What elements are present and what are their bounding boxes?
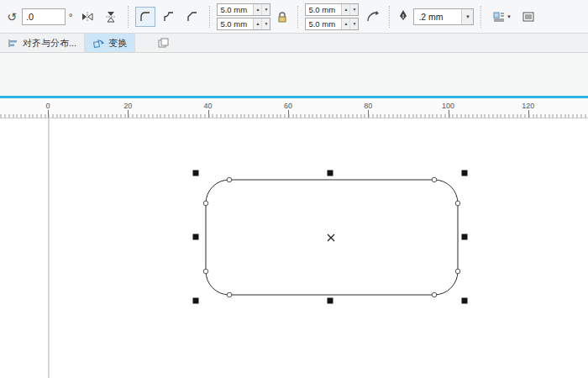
separator bbox=[389, 6, 390, 28]
selection-handle[interactable] bbox=[462, 298, 468, 304]
selection-handle[interactable] bbox=[328, 171, 333, 176]
ruler-major-tick bbox=[128, 110, 129, 118]
lock-icon bbox=[276, 10, 288, 24]
list-lines-icon bbox=[522, 10, 535, 24]
selection-handle[interactable] bbox=[462, 171, 468, 176]
corner-node[interactable] bbox=[227, 292, 232, 297]
corner-node[interactable] bbox=[203, 269, 208, 274]
property-bar: ↺ ° 5.0 mm bbox=[0, 0, 588, 34]
ruler-major-tick bbox=[48, 110, 49, 118]
ruler-major-tick bbox=[208, 110, 209, 118]
selection-handle[interactable] bbox=[462, 234, 468, 240]
spin-down-button[interactable]: ▼ bbox=[261, 18, 270, 29]
separator bbox=[480, 6, 481, 28]
degree-label: ° bbox=[69, 12, 72, 22]
mirror-horizontal-button[interactable] bbox=[77, 7, 97, 27]
selection-handle[interactable] bbox=[193, 298, 199, 304]
chevron-down-icon: ▼ bbox=[507, 14, 512, 19]
spin-down-button[interactable]: ▼ bbox=[349, 4, 358, 15]
ruler-label: 60 bbox=[284, 102, 292, 110]
spin-down-button[interactable]: ▼ bbox=[261, 4, 270, 15]
ruler-label: 20 bbox=[123, 102, 132, 110]
corner-node[interactable] bbox=[455, 269, 460, 274]
ruler-major-tick bbox=[528, 110, 529, 118]
relative-corner-icon bbox=[365, 10, 379, 24]
tab-label: 变换 bbox=[108, 37, 127, 50]
separator bbox=[209, 6, 210, 28]
outline-width-select[interactable]: .2 mm ▼ bbox=[413, 8, 474, 25]
ruler-major-tick bbox=[449, 110, 449, 118]
spin-up-button[interactable]: ▲ bbox=[342, 18, 349, 29]
ruler-label: 40 bbox=[204, 102, 213, 110]
tab-transform[interactable]: 变换 bbox=[85, 34, 135, 52]
transform-icon bbox=[92, 38, 104, 49]
edit-corners-together-lock-button[interactable] bbox=[274, 7, 291, 27]
selection-handle[interactable] bbox=[328, 298, 333, 304]
docker-tab-bar: 对齐与分布... 变换 bbox=[0, 34, 588, 53]
quick-customize-button[interactable] bbox=[518, 7, 538, 27]
scalloped-corner-icon bbox=[162, 10, 176, 24]
selection-handle[interactable] bbox=[193, 234, 199, 240]
corner-radius-left-group: 5.0 mm ▲ ▼ 5.0 mm ▲ ▼ bbox=[217, 3, 270, 30]
ruler[interactable]: 020406080100120 bbox=[0, 98, 588, 118]
wrap-text-icon bbox=[492, 10, 506, 24]
tab-align-distribute[interactable]: 对齐与分布... bbox=[0, 34, 85, 52]
corner-radius-top-left-field[interactable]: 5.0 mm ▲ ▼ bbox=[217, 3, 270, 16]
copy-docker-button[interactable] bbox=[154, 34, 172, 52]
ruler-label: 80 bbox=[364, 102, 372, 110]
chamfered-corner-button[interactable] bbox=[182, 7, 202, 27]
canvas-graphics bbox=[0, 118, 588, 378]
corner-radius-top-right-value[interactable]: 5.0 mm bbox=[306, 4, 341, 15]
mirror-vertical-icon bbox=[104, 10, 118, 24]
corner-node[interactable] bbox=[227, 177, 232, 182]
spin-up-button[interactable]: ▲ bbox=[254, 4, 261, 15]
ruler-major-tick bbox=[288, 110, 289, 118]
spin-up-button[interactable]: ▲ bbox=[342, 4, 349, 15]
corner-node[interactable] bbox=[432, 292, 437, 297]
corner-radius-top-left-value[interactable]: 5.0 mm bbox=[218, 4, 253, 15]
tab-label: 对齐与分布... bbox=[23, 37, 76, 50]
round-corner-icon bbox=[139, 10, 152, 24]
corner-node[interactable] bbox=[203, 201, 208, 206]
separator bbox=[297, 6, 298, 28]
workspace-background bbox=[0, 53, 588, 96]
corner-node[interactable] bbox=[432, 177, 437, 182]
corner-radius-bottom-left-field[interactable]: 5.0 mm ▲ ▼ bbox=[217, 18, 270, 30]
separator bbox=[128, 6, 129, 28]
drawing-canvas[interactable] bbox=[0, 118, 588, 378]
chamfered-corner-icon bbox=[186, 10, 199, 24]
corner-node[interactable] bbox=[455, 201, 460, 206]
ruler-major-tick bbox=[368, 110, 369, 118]
corner-radius-right-group: 5.0 mm ▲ ▼ 5.0 mm ▲ ▼ bbox=[305, 3, 359, 30]
corner-radius-top-right-field[interactable]: 5.0 mm ▲ ▼ bbox=[305, 3, 359, 16]
outline-width-value: .2 mm bbox=[414, 12, 461, 22]
ruler-label: 120 bbox=[522, 102, 534, 110]
mirror-vertical-button[interactable] bbox=[101, 7, 121, 27]
relative-corner-scaling-button[interactable] bbox=[362, 7, 382, 27]
corner-radius-bottom-right-field[interactable]: 5.0 mm ▲ ▼ bbox=[305, 18, 359, 30]
chevron-down-icon[interactable]: ▼ bbox=[461, 9, 473, 24]
corner-radius-bottom-right-value[interactable]: 5.0 mm bbox=[306, 18, 341, 29]
wrap-paragraph-text-button[interactable]: ▼ bbox=[488, 7, 515, 27]
scalloped-corner-button[interactable] bbox=[159, 7, 179, 27]
spin-up-button[interactable]: ▲ bbox=[254, 18, 261, 29]
outline-width-icon bbox=[396, 8, 410, 24]
corner-radius-bottom-left-value[interactable]: 5.0 mm bbox=[218, 18, 253, 29]
ruler-label: 100 bbox=[442, 102, 454, 110]
round-corner-button[interactable] bbox=[135, 7, 155, 27]
selection-handle[interactable] bbox=[193, 171, 199, 176]
mirror-horizontal-icon bbox=[81, 10, 94, 24]
object-center-marker[interactable] bbox=[328, 234, 334, 241]
spin-down-button[interactable]: ▼ bbox=[349, 18, 358, 29]
rotation-angle-input[interactable] bbox=[22, 8, 66, 25]
align-distribute-icon bbox=[8, 38, 18, 49]
copy-icon bbox=[157, 37, 169, 49]
rotation-angle-icon: ↺ bbox=[5, 10, 18, 24]
ruler-label: 0 bbox=[45, 102, 50, 110]
